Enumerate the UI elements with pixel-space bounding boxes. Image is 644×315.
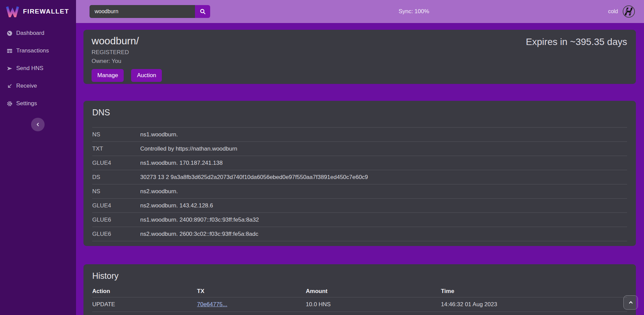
chevron-left-icon xyxy=(35,122,40,127)
dns-record-type: DS xyxy=(92,174,140,181)
dns-table: NS ns1.woodburn. TXT Controlled by https… xyxy=(92,127,627,241)
search-group xyxy=(90,5,210,18)
dns-record-row: GLUE6 ns1.woodburn. 2400:8907::f03c:93ff… xyxy=(92,212,627,227)
auction-button[interactable]: Auction xyxy=(131,69,162,82)
dns-record-type: TXT xyxy=(92,145,140,152)
dns-record-value: ns2.woodburn. 143.42.128.6 xyxy=(140,202,213,209)
history-header-time: Time xyxy=(441,288,627,295)
sidebar-item-label: Dashboard xyxy=(16,30,44,37)
wallet-name: cold xyxy=(608,8,618,15)
dns-record-row: NS ns1.woodburn. xyxy=(92,127,627,141)
sync-status: Sync: 100% xyxy=(399,0,429,23)
send-icon xyxy=(7,66,13,71)
dns-record-row: GLUE6 ns2.woodburn. 2600:3c02::f03c:93ff… xyxy=(92,227,627,241)
dns-record-type: GLUE4 xyxy=(92,160,140,166)
domain-card: woodburn/ REGISTERED Owner: You Manage A… xyxy=(83,30,636,84)
dns-record-value: ns1.woodburn. 170.187.241.138 xyxy=(140,160,223,166)
dns-record-type: GLUE6 xyxy=(92,231,140,238)
sidebar-item-transactions[interactable]: Transactions xyxy=(0,42,76,60)
wallet-indicator: cold xyxy=(608,0,635,23)
topbar: Sync: 100% cold xyxy=(76,0,644,23)
firewallet-logo-icon xyxy=(6,6,19,17)
dns-record-row: GLUE4 ns2.woodburn. 143.42.128.6 xyxy=(92,198,627,212)
search-input[interactable] xyxy=(90,5,195,18)
dns-record-row: GLUE4 ns1.woodburn. 170.187.241.138 xyxy=(92,156,627,170)
history-row: UPDATE 70e64775... 10.0 HNS 14:46:32 01 … xyxy=(92,297,627,312)
dns-record-row: NS ns2.woodburn. xyxy=(92,184,627,198)
history-row: RENEW 476ed4... 10.0 HNS 15:47:36 07 Jul… xyxy=(92,312,627,315)
history-header-tx: TX xyxy=(197,288,306,295)
domain-actions: Manage Auction xyxy=(92,69,628,82)
history-action: UPDATE xyxy=(92,301,197,308)
settings-icon xyxy=(7,101,13,107)
history-card: History Action TX Amount Time UPDATE 70e… xyxy=(83,264,636,315)
sidebar: FIREWALLET Dashboard xyxy=(0,0,76,315)
dns-title: DNS xyxy=(92,108,627,117)
search-icon xyxy=(200,8,206,15)
sidebar-item-label: Transactions xyxy=(16,47,49,54)
sidebar-item-label: Send HNS xyxy=(16,65,43,72)
receive-icon xyxy=(7,83,13,89)
history-title: History xyxy=(92,271,627,281)
history-header-action: Action xyxy=(92,288,197,295)
dns-record-value: Controlled by https://nathan.woodburn xyxy=(140,145,237,152)
dns-record-value: 30273 13 2 9a3a8fb3d625d2a2073d740f10da6… xyxy=(140,174,368,181)
dns-card: DNS NS ns1.woodburn. TXT Controlled by h… xyxy=(83,101,636,246)
sidebar-item-settings[interactable]: Settings xyxy=(0,95,76,112)
sidebar-item-receive[interactable]: Receive xyxy=(0,77,76,95)
sidebar-item-label: Receive xyxy=(16,83,37,89)
manage-button[interactable]: Manage xyxy=(92,69,124,82)
sidebar-nav: Dashboard Transactions xyxy=(0,23,76,112)
tx-link[interactable]: 70e64775... xyxy=(197,301,227,308)
history-time: 14:46:32 01 Aug 2023 xyxy=(441,301,627,308)
dns-record-row: TXT Controlled by https://nathan.woodbur… xyxy=(92,141,627,156)
sidebar-item-dashboard[interactable]: Dashboard xyxy=(0,24,76,42)
sidebar-collapse-button[interactable] xyxy=(31,118,45,131)
history-header-amount: Amount xyxy=(306,288,441,295)
history-header-row: Action TX Amount Time xyxy=(92,286,627,297)
dns-record-row: DS 30273 13 2 9a3a8fb3d625d2a2073d740f10… xyxy=(92,170,627,184)
search-button[interactable] xyxy=(195,5,210,18)
dns-record-value: ns1.woodburn. xyxy=(140,131,178,138)
dns-record-value: ns2.woodburn. 2600:3c02::f03c:93ff:fe5a:… xyxy=(140,231,258,238)
scroll-to-top-button[interactable] xyxy=(623,295,638,310)
sidebar-item-label: Settings xyxy=(16,100,37,107)
brand-name: FIREWALLET xyxy=(23,8,69,15)
transactions-icon xyxy=(7,48,13,54)
sidebar-item-send-hns[interactable]: Send HNS xyxy=(0,60,76,77)
expiry-label: Expires in ~395.35 days xyxy=(526,37,627,47)
dns-record-value: ns1.woodburn. 2400:8907::f03c:93ff:fe5a:… xyxy=(140,217,259,223)
domain-owner: Owner: You xyxy=(92,58,628,65)
dns-record-type: NS xyxy=(92,131,140,138)
dns-record-type: NS xyxy=(92,188,140,195)
dns-record-type: GLUE4 xyxy=(92,202,140,209)
chevron-up-icon xyxy=(628,300,634,305)
dashboard-icon xyxy=(7,30,13,36)
brand[interactable]: FIREWALLET xyxy=(0,0,76,23)
app-root: FIREWALLET Dashboard xyxy=(0,0,644,315)
handshake-logo-icon[interactable] xyxy=(622,5,635,18)
domain-status: REGISTERED xyxy=(92,49,628,56)
dns-record-value: ns2.woodburn. xyxy=(140,188,178,195)
history-amount: 10.0 HNS xyxy=(306,301,441,308)
dns-record-type: GLUE6 xyxy=(92,217,140,223)
